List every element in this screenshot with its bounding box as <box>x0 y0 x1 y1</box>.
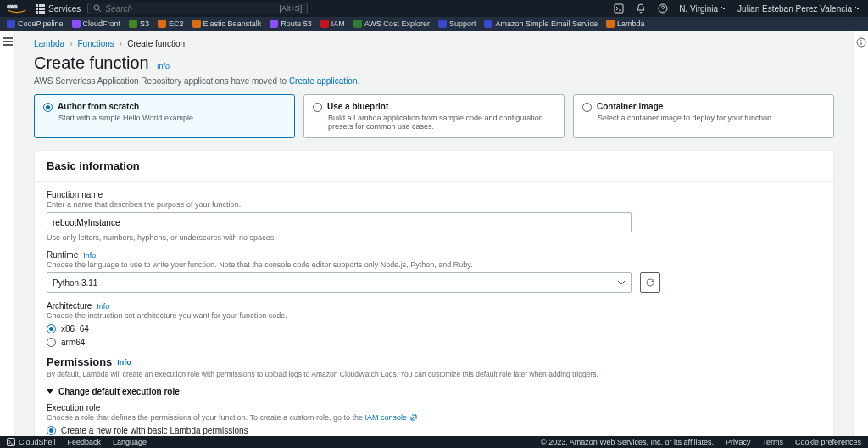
service-elastic-beanstalk[interactable]: Elastic Beanstalk <box>192 20 262 28</box>
option-use-blueprint[interactable]: Use a blueprint Build a Lambda applicati… <box>303 94 565 138</box>
svg-rect-3 <box>615 4 623 13</box>
cloudshell-icon[interactable] <box>613 3 625 14</box>
execution-role-hint: Choose a role that defines the permissio… <box>47 413 821 422</box>
architecture-label: Architecture <box>47 301 92 311</box>
grid-icon <box>36 4 45 14</box>
refresh-icon <box>645 277 655 288</box>
service-icon <box>353 20 362 28</box>
service-support[interactable]: Support <box>438 20 476 28</box>
option-author-from-scratch[interactable]: Author from scratch Start with a simple … <box>34 94 295 138</box>
service-icon <box>484 20 492 28</box>
permissions-hint: By default, Lambda will create an execut… <box>47 370 821 378</box>
chevron-right-icon: › <box>120 39 122 48</box>
service-icon <box>7 20 15 28</box>
region-selector[interactable]: N. Virginia <box>679 4 727 14</box>
svg-point-10 <box>860 40 861 41</box>
creation-options: Author from scratch Start with a simple … <box>34 94 834 138</box>
service-icon <box>270 20 278 28</box>
footer: CloudShell Feedback Language © 2023, Ama… <box>0 436 868 448</box>
iam-console-link[interactable]: IAM console <box>365 413 419 422</box>
chevron-right-icon: › <box>70 39 72 48</box>
service-codepipeline[interactable]: CodePipeline <box>7 20 64 28</box>
service-aws-cost-explorer[interactable]: AWS Cost Explorer <box>353 20 430 28</box>
copyright: © 2023, Amazon Web Services, Inc. or its… <box>541 438 714 446</box>
service-amazon-simple-email-service[interactable]: Amazon Simple Email Service <box>484 20 598 28</box>
chevron-down-icon <box>854 6 861 11</box>
help-icon[interactable] <box>657 3 669 14</box>
external-link-icon <box>409 413 418 422</box>
user-label: Julian Esteban Perez Valencia <box>737 4 852 14</box>
privacy-link[interactable]: Privacy <box>726 438 751 446</box>
svg-line-2 <box>99 10 102 13</box>
service-route-53[interactable]: Route 53 <box>270 20 312 28</box>
radio-icon <box>43 103 53 112</box>
service-favorites-bar: CodePipelineCloudFrontS3EC2Elastic Beans… <box>0 17 868 31</box>
permissions-heading: Permissions <box>47 356 112 368</box>
radio-icon <box>47 426 56 435</box>
service-lambda[interactable]: Lambda <box>606 20 645 28</box>
cloudshell-icon <box>7 438 15 446</box>
service-icon <box>158 20 166 28</box>
notifications-icon[interactable] <box>635 3 647 14</box>
page-subtitle: AWS Serverless Application Repository ap… <box>34 76 834 86</box>
svg-text:aws: aws <box>7 3 18 9</box>
function-name-label: Function name <box>47 190 821 199</box>
create-application-link[interactable]: Create application. <box>289 76 359 86</box>
right-rail <box>853 31 868 436</box>
option-container-image[interactable]: Container image Select a container image… <box>573 94 834 138</box>
runtime-hint: Choose the language to use to write your… <box>47 260 821 269</box>
cookie-link[interactable]: Cookie preferences <box>795 438 861 446</box>
crumb-functions[interactable]: Functions <box>77 39 114 48</box>
function-name-hint: Enter a name that describes the purpose … <box>47 200 821 209</box>
crumb-current: Create function <box>127 39 185 48</box>
service-ec2[interactable]: EC2 <box>158 20 184 28</box>
runtime-info-link[interactable]: Info <box>83 251 96 260</box>
radio-icon <box>582 103 592 112</box>
top-nav: aws Services [Alt+S] N. Virginia Julian … <box>0 0 868 17</box>
search-input[interactable] <box>105 4 275 14</box>
main-content: Lambda › Functions › Create function Cre… <box>15 31 853 436</box>
function-name-input[interactable] <box>47 212 632 232</box>
terms-link[interactable]: Terms <box>762 438 783 446</box>
runtime-label: Runtime <box>47 250 78 260</box>
execution-role-label: Execution role <box>47 403 821 412</box>
language-link[interactable]: Language <box>113 438 147 446</box>
service-icon <box>72 20 81 28</box>
chevron-down-icon <box>617 280 626 285</box>
service-icon <box>129 20 137 28</box>
services-label: Services <box>48 4 81 14</box>
refresh-runtimes-button[interactable] <box>640 272 660 293</box>
caret-down-icon <box>47 389 53 394</box>
service-icon <box>606 20 615 28</box>
services-menu[interactable]: Services <box>36 4 81 14</box>
hamburger-icon[interactable] <box>3 37 13 46</box>
breadcrumb: Lambda › Functions › Create function <box>34 31 834 53</box>
service-iam[interactable]: IAM <box>320 20 345 28</box>
change-execution-role-toggle[interactable]: Change default execution role <box>47 387 821 396</box>
radio-icon <box>313 103 322 112</box>
radio-icon <box>47 338 56 347</box>
runtime-select[interactable]: Python 3.11 <box>47 272 632 293</box>
crumb-lambda[interactable]: Lambda <box>34 39 64 48</box>
architecture-info-link[interactable]: Info <box>97 302 109 311</box>
user-menu[interactable]: Julian Esteban Perez Valencia <box>737 4 861 14</box>
page-info-link[interactable]: Info <box>157 62 170 70</box>
arch-x86-radio[interactable]: x86_64 <box>47 323 821 333</box>
search-box[interactable]: [Alt+S] <box>87 3 308 14</box>
left-rail <box>0 31 15 436</box>
service-cloudfront[interactable]: CloudFront <box>72 20 121 28</box>
service-icon <box>438 20 447 28</box>
service-s3[interactable]: S3 <box>129 20 149 28</box>
role-create-new-radio[interactable]: Create a new role with basic Lambda perm… <box>47 425 821 435</box>
search-icon <box>93 4 102 13</box>
arch-arm-radio[interactable]: arm64 <box>47 337 821 347</box>
cloudshell-button[interactable]: CloudShell <box>7 438 56 446</box>
feedback-link[interactable]: Feedback <box>68 438 102 446</box>
info-icon[interactable] <box>856 37 866 48</box>
permissions-info-link[interactable]: Info <box>117 358 131 367</box>
aws-logo[interactable]: aws <box>7 3 29 14</box>
service-icon <box>320 20 329 28</box>
function-name-help: Use only letters, numbers, hyphens, or u… <box>47 233 821 242</box>
search-kbd-hint: [Alt+S] <box>280 4 303 13</box>
basic-info-heading: Basic information <box>35 151 833 182</box>
